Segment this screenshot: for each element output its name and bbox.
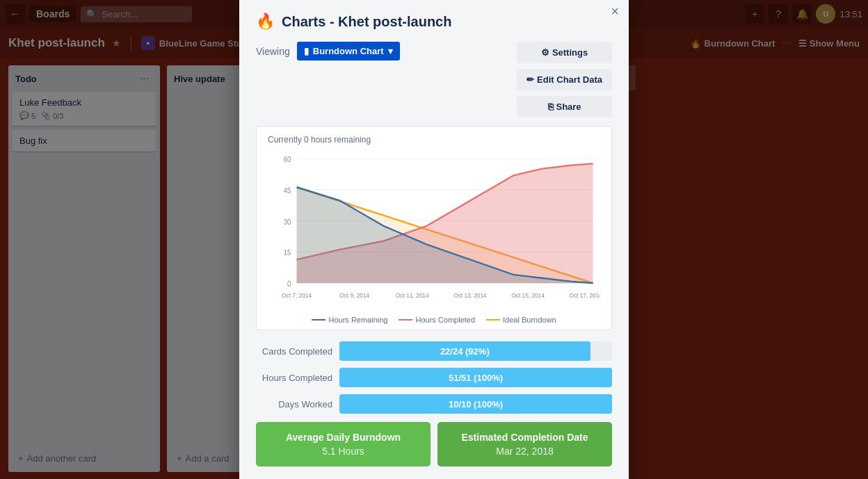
legend-hours-remaining: Hours Remaining [312,316,387,324]
legend-ideal-burndown: Ideal Burndown [486,316,556,324]
svg-text:Oct 7, 2014: Oct 7, 2014 [282,291,312,299]
burndown-chart: 60 45 30 15 0 Oct 7, 2014 Oct 9, 2014 Oc… [268,150,600,310]
legend-label-remaining: Hours Remaining [328,316,387,324]
chart-subtitle: Currently 0 hours remaining [268,135,600,145]
stat-bar-days: 10/10 (100%) [339,394,612,414]
viewing-row: Viewing ▮ Burndown Chart ▾ [256,42,400,60]
stat-label-days: Days Worked [256,399,332,409]
chart-area: Currently 0 hours remaining 60 45 30 15 … [256,126,612,330]
stat-bar-container-days: 10/10 (100%) [339,394,612,414]
dropdown-label: Burndown Chart [313,46,384,56]
average-daily-card: Average Daily Burndown 5.1 Hours [256,422,431,466]
chart-type-dropdown[interactable]: ▮ Burndown Chart ▾ [297,42,400,60]
legend-label-ideal: Ideal Burndown [503,316,556,324]
svg-text:Oct 15, 2014: Oct 15, 2014 [511,291,545,299]
stat-bar-container-cards: 22/24 (92%) [339,341,612,361]
edit-chart-button[interactable]: ✏ Edit Chart Data [517,69,612,90]
share-button[interactable]: ⎘ Share [517,96,612,117]
svg-text:15: 15 [284,249,291,257]
stats-section: Cards Completed 22/24 (92%) Hours Comple… [256,341,612,414]
stat-label-hours: Hours Completed [256,373,332,383]
svg-text:60: 60 [284,155,291,163]
svg-text:30: 30 [284,218,291,226]
bottom-cards: Average Daily Burndown 5.1 Hours Estimat… [256,422,612,466]
legend-line-completed [399,319,412,320]
stat-bar-hours: 51/51 (100%) [339,368,612,387]
legend-label-completed: Hours Completed [415,316,475,324]
svg-text:Oct 11, 2014: Oct 11, 2014 [396,291,429,299]
svg-text:0: 0 [287,279,291,288]
stat-bar-cards: 22/24 (92%) [339,341,590,361]
legend-line-ideal [486,319,500,320]
avg-daily-title: Average Daily Burndown [267,432,419,443]
settings-button[interactable]: ⚙ Settings [517,42,612,63]
stat-value-cards: 22/24 (92%) [440,346,490,357]
stat-label-cards: Cards Completed [256,346,332,357]
svg-text:Oct 9, 2014: Oct 9, 2014 [339,291,369,299]
svg-text:45: 45 [284,186,291,195]
stat-value-hours: 51/51 (100%) [449,373,503,383]
legend-line-remaining [312,319,326,320]
stat-value-days: 10/10 (100%) [449,399,503,409]
avg-daily-value: 5.1 Hours [267,446,419,457]
modal-overlay[interactable]: × 🔥 Charts - Khet post-launch Viewing ▮ … [0,0,868,479]
stat-days-worked: Days Worked 10/10 (100%) [256,394,612,414]
modal-flame-icon: 🔥 [256,13,275,31]
stat-hours-completed: Hours Completed 51/51 (100%) [256,368,612,387]
legend-hours-completed: Hours Completed [399,316,475,324]
estimated-completion-card: Estimated Completion Date Mar 22, 2018 [437,422,612,466]
est-completion-value: Mar 22, 2018 [449,446,601,457]
svg-text:Oct 17, 2014: Oct 17, 2014 [569,291,600,299]
modal-actions: ⚙ Settings ✏ Edit Chart Data ⎘ Share [517,42,612,117]
svg-text:Oct 13, 2014: Oct 13, 2014 [453,291,487,299]
dropdown-arrow: ▾ [388,46,393,56]
viewing-label: Viewing [256,46,290,57]
stat-cards-completed: Cards Completed 22/24 (92%) [256,341,612,361]
chart-legend: Hours Remaining Hours Completed Ideal Bu… [268,316,600,324]
stat-bar-container-hours: 51/51 (100%) [339,368,612,387]
modal-close-button[interactable]: × [611,4,619,18]
modal-header: 🔥 Charts - Khet post-launch [256,13,612,31]
modal: × 🔥 Charts - Khet post-launch Viewing ▮ … [239,0,629,479]
bar-chart-icon: ▮ [304,46,309,56]
modal-title: Charts - Khet post-launch [282,14,451,30]
est-completion-title: Estimated Completion Date [449,432,601,443]
